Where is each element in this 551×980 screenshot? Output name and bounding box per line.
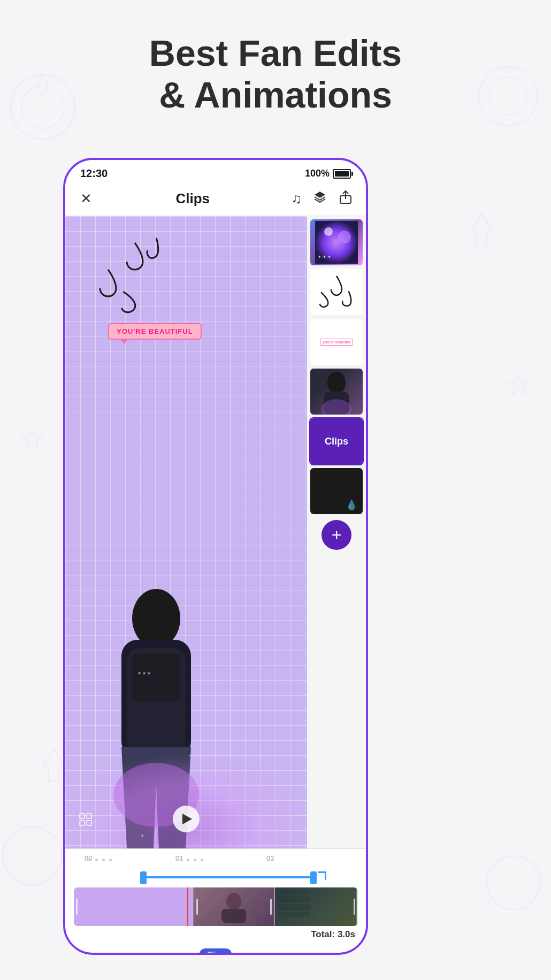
status-time: 12:30 bbox=[80, 167, 108, 180]
battery-fill bbox=[335, 171, 349, 177]
main-content: YOU'RE BEAUTIFUL ★ ★ ★ ✦ bbox=[65, 216, 366, 848]
clip-thumb-doodles[interactable] bbox=[309, 268, 364, 316]
header-section: Best Fan Edits & Animations bbox=[0, 32, 551, 116]
trim-handle-left[interactable] bbox=[140, 871, 147, 884]
track-segment-photo2[interactable] bbox=[275, 887, 357, 926]
battery-icon bbox=[333, 169, 351, 179]
phone-frame: 12:30 100% ✕ Clips ♫ bbox=[63, 158, 368, 955]
top-icons: ♫ bbox=[292, 189, 354, 208]
expand-icon[interactable] bbox=[78, 812, 93, 830]
total-time: Total: 3.0s bbox=[74, 929, 357, 940]
clips-active-badge-area: Clips bbox=[65, 945, 366, 955]
doodles-overlay bbox=[76, 232, 194, 328]
preview-area: YOU'RE BEAUTIFUL ★ ★ ★ ✦ bbox=[65, 216, 307, 848]
playhead bbox=[187, 887, 188, 926]
svg-rect-21 bbox=[80, 814, 85, 818]
trim-corner-icon bbox=[318, 871, 326, 880]
timeline-ruler: 00 01 02 bbox=[74, 854, 357, 867]
clips-sidebar: ✦ ✦ ✦ you're beautiful bbox=[307, 216, 366, 848]
status-bar: 12:30 100% bbox=[65, 160, 366, 184]
svg-text:★ ★ ★: ★ ★ ★ bbox=[137, 671, 151, 676]
clip-thumb-clips-active[interactable]: Clips bbox=[309, 417, 364, 465]
clip-thumb-galaxy[interactable]: ✦ ✦ ✦ bbox=[309, 218, 364, 266]
battery-percent: 100% bbox=[305, 168, 330, 179]
clip-thumb-black[interactable]: 💧 bbox=[309, 467, 364, 515]
clip-thumb-text[interactable]: you're beautiful bbox=[309, 318, 364, 366]
svg-rect-14 bbox=[132, 653, 180, 701]
timeline-area: 00 01 02 bbox=[65, 848, 366, 945]
track-handle-right bbox=[270, 899, 272, 915]
close-button[interactable]: ✕ bbox=[78, 188, 94, 209]
person-area: ★ ★ ★ ✦ ✦ ✦ ✦ ✦ bbox=[65, 342, 307, 848]
track-handle-left bbox=[196, 899, 198, 915]
share-icon[interactable] bbox=[338, 189, 353, 208]
top-title: Clips bbox=[94, 190, 292, 207]
music-icon[interactable]: ♫ bbox=[292, 190, 302, 207]
header-title: Best Fan Edits & Animations bbox=[0, 32, 551, 116]
clip-thumb-person[interactable] bbox=[309, 368, 364, 416]
track-segment-purple[interactable] bbox=[74, 887, 193, 926]
svg-point-29 bbox=[327, 372, 346, 394]
trim-bar bbox=[143, 876, 315, 878]
svg-text:✦ ✦ ✦: ✦ ✦ ✦ bbox=[318, 255, 331, 259]
svg-rect-33 bbox=[221, 909, 246, 923]
svg-marker-7 bbox=[315, 192, 325, 198]
timeline-track bbox=[74, 887, 357, 926]
clips-thumb-label: Clips bbox=[325, 436, 348, 447]
play-triangle-icon bbox=[182, 814, 192, 824]
svg-rect-22 bbox=[87, 814, 91, 818]
trim-handle-right[interactable] bbox=[310, 871, 317, 884]
svg-point-10 bbox=[132, 589, 180, 648]
clips-active-badge: Clips bbox=[200, 948, 232, 955]
svg-point-26 bbox=[324, 227, 333, 236]
svg-rect-24 bbox=[87, 821, 91, 825]
track-segment-photo1[interactable] bbox=[193, 887, 276, 926]
layers-icon[interactable] bbox=[312, 189, 327, 208]
svg-point-27 bbox=[338, 231, 351, 243]
svg-point-5 bbox=[3, 826, 62, 885]
svg-point-6 bbox=[487, 856, 540, 909]
trim-zone bbox=[74, 869, 357, 885]
track-handle-right-2 bbox=[354, 899, 355, 915]
track-handle-left-2 bbox=[76, 899, 78, 915]
galaxy-effect bbox=[65, 752, 307, 848]
drop-icon: 💧 bbox=[346, 499, 357, 511]
top-navigation-bar: ✕ Clips ♫ bbox=[65, 184, 366, 216]
svg-point-32 bbox=[226, 893, 241, 910]
add-clip-button[interactable]: + bbox=[322, 520, 351, 550]
play-button[interactable] bbox=[173, 806, 200, 832]
status-right: 100% bbox=[305, 168, 351, 179]
bottom-section: Clips Animate bbox=[65, 945, 366, 955]
text-sticker: YOU'RE BEAUTIFUL bbox=[108, 323, 202, 340]
svg-rect-23 bbox=[80, 821, 85, 825]
